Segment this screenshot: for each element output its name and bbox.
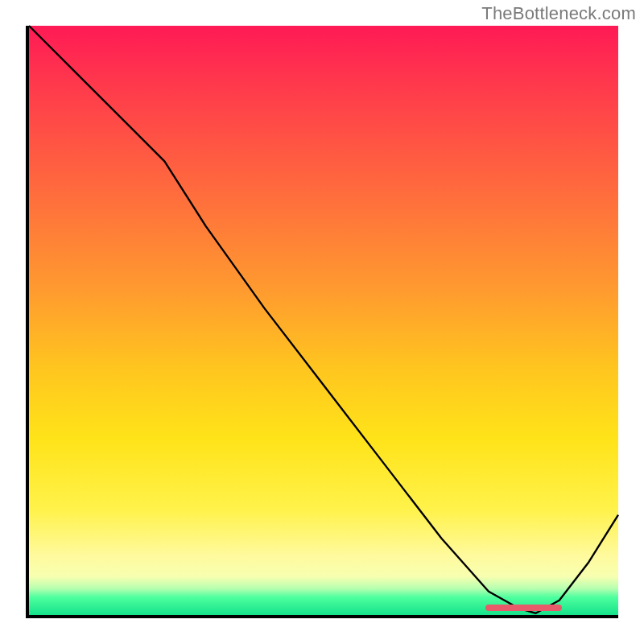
chart-curve — [29, 26, 618, 615]
curve-path — [29, 26, 618, 613]
plot-area — [26, 26, 618, 618]
minimum-marker-dash — [485, 605, 563, 611]
watermark-text: TheBottleneck.com — [481, 3, 636, 24]
